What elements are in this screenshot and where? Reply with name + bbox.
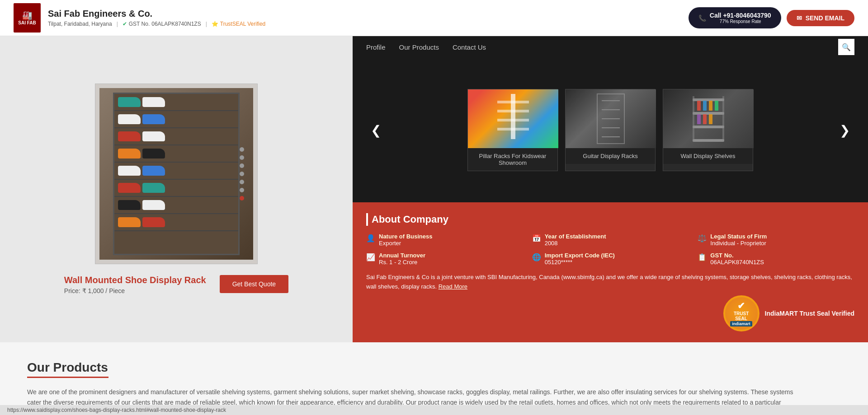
gst-field-label: GST No. [710,252,764,259]
wall-shelf-image [663,89,754,148]
gst-icon: 📋 [698,253,707,261]
call-label: Call +91-8046043790 [710,12,771,19]
company-meta: Tilpat, Faridabad, Haryana | ✔ GST No. 0… [48,21,265,27]
guitar-rack-image [566,89,656,148]
legal-icon: ⚖️ [698,234,707,242]
verified-checkmark-icon: ✔ [123,21,127,27]
about-year-established: 📅 Year of Establishment 2008 [532,233,689,247]
gst-field-value: 06ALAPK8740N1ZS [710,259,764,266]
nature-label: Nature of Business [379,233,432,240]
about-legal-status: ⚖️ Legal Status of Firm Individual - Pro… [698,233,854,247]
slide-dot-3[interactable] [240,163,244,168]
right-panel: Profile Our Products Contact Us 🔍 ❮ [353,36,868,342]
shoe-item [142,114,165,124]
slide-dot-6[interactable] [240,188,244,192]
carousel-items: Pillar Racks For Kidswear Showroom [390,89,830,171]
shoe-item [118,131,141,141]
shoe-item [142,97,165,107]
shoe-item [142,200,165,210]
gst-badge: ✔ GST No. 06ALAPK8740N1ZS [123,21,201,27]
carousel-prev-button[interactable]: ❮ [366,118,386,142]
rack-slot [114,94,238,111]
nature-value: Exporter [379,240,432,247]
gst-label: GST No. [129,21,150,27]
carousel-label-1: Pillar Racks For Kidswear Showroom [468,148,557,171]
svg-rect-22 [703,114,707,124]
our-products-title: Our Products [27,360,841,375]
email-icon: ✉ [797,14,802,22]
header: 🏭 SAI FAB Sai Fab Engineers & Co. Tilpat… [0,0,868,36]
slide-dot-7[interactable] [240,196,244,201]
trust-seal-line3: indiamart [730,321,752,326]
svg-rect-15 [693,96,694,141]
slide-dot-5[interactable] [240,180,244,184]
turnover-label: Annual Turnover [379,252,425,259]
about-description: Sai Fab Engineers & Co is a joint ventur… [366,273,854,292]
hero-image: asics [95,84,258,264]
guitar-svg [593,92,629,146]
trust-section: ✔ TRUST SEAL indiamart IndiaMART Trust S… [366,295,854,331]
svg-rect-20 [715,101,718,111]
rack-slot [114,111,238,128]
year-label: Year of Establishment [545,233,606,240]
svg-rect-2 [497,110,529,112]
nav-contact-us[interactable]: Contact Us [453,37,486,57]
slide-dot-4[interactable] [240,172,244,176]
gst-number: 06ALAPK8740N1ZS [151,21,201,27]
shoe-item [142,166,165,176]
rack-slot [114,128,238,145]
read-more-link[interactable]: Read More [439,283,467,290]
rack-slot [114,180,238,197]
carousel-item-2[interactable]: Guitar Display Racks [565,89,656,171]
shoe-item [118,166,141,176]
carousel-label-2: Guitar Display Racks [566,148,655,164]
product-price: Price: ₹ 1,000 / Piece [64,287,206,294]
carousel-next-button[interactable]: ❯ [835,118,854,142]
main-layout: asics [0,36,868,342]
location: Tilpat, Faridabad, Haryana [48,21,112,27]
svg-rect-19 [709,101,712,111]
product-title-highlight: Display Rack [150,275,206,285]
iec-icon: 🌐 [532,253,541,261]
email-button[interactable]: ✉ SEND EMAIL [787,10,854,26]
svg-rect-21 [697,114,701,124]
search-button[interactable]: 🔍 [838,39,854,55]
rack-slot [114,163,238,180]
shoe-item [118,97,141,107]
rack-slot [114,197,238,214]
turnover-icon: 📈 [366,253,375,261]
turnover-value: Rs. 1 - 2 Crore [379,259,425,266]
carousel-img-2 [566,89,656,148]
svg-rect-23 [709,114,712,124]
shoe-rack-display: asics [99,88,253,260]
our-products-section: Our Products We are one of the prominent… [0,342,868,415]
about-section: About Company 👤 Nature of Business Expor… [353,202,868,342]
trustseal-badge: ⭐ TrustSEAL Verified [212,21,266,27]
product-carousel: ❮ [353,58,868,202]
title-bar-decoration [366,213,368,226]
carousel-item-1[interactable]: Pillar Racks For Kidswear Showroom [467,89,558,171]
slide-dot-2[interactable] [240,155,244,160]
call-button[interactable]: 📞 Call +91-8046043790 77% Response Rate [689,7,781,28]
rack-slot [114,145,238,163]
trustseal-text: TrustSEAL Verified [220,21,266,27]
slide-dot-1[interactable] [240,147,244,152]
status-bar: https://www.saidisplay.com/shoes-bags-di… [0,405,868,415]
get-quote-button[interactable]: Get Best Quote [220,275,289,293]
carousel-img-3 [663,89,754,148]
product-title-prefix: Wall Mounted Shoe [64,275,150,285]
carousel-item-3[interactable]: Wall Display Shelves [663,89,753,171]
nav-our-products[interactable]: Our Products [399,37,439,57]
trust-seal-line1: TRUST [734,311,749,316]
shoe-item [118,217,141,227]
about-grid: 👤 Nature of Business Exporter 📅 Year of … [366,233,854,266]
shoe-item [118,183,141,193]
about-nature-of-business: 👤 Nature of Business Exporter [366,233,523,247]
company-info: Sai Fab Engineers & Co. Tilpat, Faridaba… [48,9,265,27]
product-info: Wall Mounted Shoe Display Rack Price: ₹ … [64,268,288,294]
nav-profile[interactable]: Profile [366,37,386,57]
status-url: https://www.saidisplay.com/shoes-bags-di… [7,407,226,413]
trustseal-icon: ⭐ [212,21,218,27]
trust-seal-badge: ✔ TRUST SEAL indiamart [723,295,760,331]
search-icon: 🔍 [842,43,851,51]
